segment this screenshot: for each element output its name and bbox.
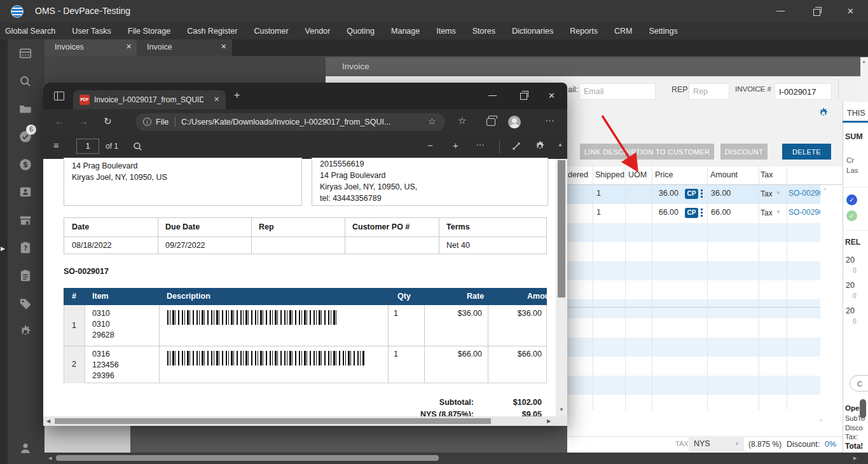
grid-scroll-up-icon[interactable]: ▲ <box>823 186 827 191</box>
row1-so-link[interactable]: SO-00290 <box>789 189 820 198</box>
add-favorite-star-icon[interactable]: ☆ <box>428 116 436 126</box>
row1-kebab-menu-icon[interactable] <box>701 189 703 199</box>
sidebar-folder-icon[interactable] <box>18 102 32 116</box>
row2-kebab-menu-icon[interactable] <box>701 208 703 218</box>
pdf-vscrollbar[interactable]: ▼ <box>556 159 567 416</box>
rep-field[interactable] <box>689 83 729 100</box>
row2-uom-cp-badge[interactable]: CP <box>685 208 698 218</box>
right-panel-tab-this[interactable]: THIS <box>847 109 865 118</box>
pdf-zoom-in-icon[interactable]: + <box>453 140 458 151</box>
close-button[interactable]: ✕ <box>847 6 854 16</box>
content-vscrollbar[interactable]: ▲ <box>860 57 868 100</box>
menu-items[interactable]: Items <box>436 27 456 36</box>
row1-tax-caret-icon[interactable]: ▼ <box>776 190 781 196</box>
app-hscrollbar[interactable]: ◀ ▶ <box>45 453 868 464</box>
hscroll-thumb[interactable] <box>56 455 439 461</box>
row1-price[interactable]: 36.00 <box>653 189 679 198</box>
sidebar-store-icon[interactable] <box>18 214 32 228</box>
minimize-button[interactable]: — <box>776 6 785 15</box>
related-entry-date[interactable]: 20 <box>846 281 855 290</box>
back-icon[interactable]: ← <box>55 116 64 126</box>
email-field[interactable] <box>579 83 656 100</box>
sidebar-orders-clipboard-icon[interactable] <box>18 269 32 283</box>
pdf-vscroll-up-icon[interactable]: ▲ <box>558 142 563 147</box>
browser-tab-close-icon[interactable]: ✕ <box>214 95 219 104</box>
browser-tab[interactable]: PDF Invoice_I-0029017_from_SQUID. ✕ <box>73 90 226 109</box>
row1-tax-select[interactable]: Tax <box>761 189 773 198</box>
grid-settings-gear-icon[interactable] <box>818 107 829 119</box>
vscroll-up-icon[interactable]: ▲ <box>862 59 866 64</box>
panel-scroll-down-icon[interactable]: ▼ <box>859 444 864 449</box>
tax-select[interactable]: NYS ▼ <box>689 437 744 451</box>
discount-button[interactable]: DISCOUNT <box>720 144 768 160</box>
pdf-hscrollbar[interactable]: ◀ ▶ <box>43 416 567 426</box>
pdf-search-icon[interactable] <box>132 141 143 152</box>
grid-col-tax[interactable]: Tax <box>761 170 773 179</box>
menu-manage[interactable]: Manage <box>391 27 420 36</box>
pdf-fit-page-icon[interactable] <box>511 140 522 152</box>
pdf-vscroll-thumb[interactable] <box>558 160 565 297</box>
pdf-zoom-out-icon[interactable]: − <box>427 140 433 151</box>
tab-invoices-close-icon[interactable]: ✕ <box>126 43 132 51</box>
profile-avatar[interactable] <box>508 116 521 128</box>
tab-actions-icon[interactable] <box>54 92 64 100</box>
sidebar-cash-icon[interactable]: $ <box>18 158 32 172</box>
sidebar-settings-gear-icon[interactable] <box>18 325 32 339</box>
sidebar-search-icon[interactable] <box>18 74 32 88</box>
pdf-hscroll-left-icon[interactable]: ◀ <box>46 418 50 424</box>
hscroll-left-icon[interactable]: ◀ <box>48 456 52 461</box>
sidebar-dashboard-icon[interactable] <box>18 46 32 60</box>
pdf-hscroll-thumb[interactable] <box>55 418 491 424</box>
related-entry-date[interactable]: 20 <box>846 256 855 264</box>
pdf-page-input[interactable] <box>76 139 99 154</box>
invoice-number-field[interactable] <box>775 83 832 100</box>
maximize-restore-button[interactable] <box>813 9 820 16</box>
browser-more-icon[interactable]: … <box>545 113 555 123</box>
pdf-toc-icon[interactable]: ≡ <box>53 140 59 151</box>
favorites-icon[interactable]: ☆ <box>458 115 466 126</box>
collections-icon[interactable] <box>486 118 495 126</box>
panel-action-button[interactable]: C <box>850 375 868 392</box>
grid-scroll-down-icon[interactable]: ▼ <box>819 418 823 423</box>
sidebar-user-icon[interactable] <box>18 441 32 455</box>
grid-col-amount[interactable]: Amount <box>710 170 738 179</box>
menu-stores[interactable]: Stores <box>472 27 495 36</box>
link-description-button[interactable]: LINK DESCRIPTION TO CUSTOMER <box>580 144 714 160</box>
page-info-icon[interactable]: i <box>143 118 151 126</box>
menu-user-tasks[interactable]: User Tasks <box>72 27 111 36</box>
tax-select-caret-icon[interactable]: ▼ <box>734 441 740 447</box>
pdf-more-icon[interactable]: … <box>476 137 485 147</box>
refresh-icon[interactable]: ↻ <box>104 116 112 127</box>
menu-vendor[interactable]: Vendor <box>305 27 331 36</box>
new-tab-button[interactable]: + <box>234 90 240 101</box>
menu-crm[interactable]: CRM <box>614 27 632 36</box>
pdf-settings-gear-icon[interactable] <box>534 140 546 152</box>
row1-uom-cp-badge[interactable]: CP <box>685 189 698 199</box>
forward-icon[interactable]: → <box>79 116 88 126</box>
browser-minimize-button[interactable]: — <box>488 90 497 100</box>
browser-close-button[interactable]: ✕ <box>548 91 555 100</box>
tab-invoice[interactable]: Invoice ✕ <box>137 39 232 56</box>
row2-so-link[interactable]: SO-00290 <box>789 208 820 217</box>
menu-quoting[interactable]: Quoting <box>347 27 375 36</box>
row2-tax-select[interactable]: Tax <box>761 208 773 217</box>
row2-price[interactable]: 66.00 <box>653 208 679 217</box>
grid-col-price[interactable]: Price <box>655 170 673 179</box>
grid-col-uom[interactable]: UOM <box>628 170 647 179</box>
sidebar-tags-icon[interactable] <box>18 297 32 311</box>
pdf-hscroll-right-icon[interactable]: ▶ <box>547 418 551 424</box>
menu-customer[interactable]: Customer <box>254 27 288 36</box>
pdf-vscroll-down-icon[interactable]: ▼ <box>559 407 564 413</box>
row2-tax-caret-icon[interactable]: ▼ <box>776 209 781 215</box>
grid-col-ordered[interactable]: dered <box>568 170 588 179</box>
related-entry-date[interactable]: 20 <box>846 306 855 315</box>
tab-invoice-close-icon[interactable]: ✕ <box>221 43 226 51</box>
menu-reports[interactable]: Reports <box>570 27 598 36</box>
tab-invoices[interactable]: Invoices ✕ <box>45 39 137 56</box>
grid-col-shipped[interactable]: Shipped <box>595 170 624 179</box>
panel-scroll-thumb[interactable] <box>860 399 866 418</box>
menu-cash-register[interactable]: Cash Register <box>187 27 237 36</box>
menu-global-search[interactable]: Global Search <box>5 27 55 36</box>
address-bar[interactable]: i File C:/Users/Kate/Downloads/Invoice_I… <box>135 113 445 131</box>
sidebar-quote-clipboard-icon[interactable]: ? <box>18 241 32 255</box>
